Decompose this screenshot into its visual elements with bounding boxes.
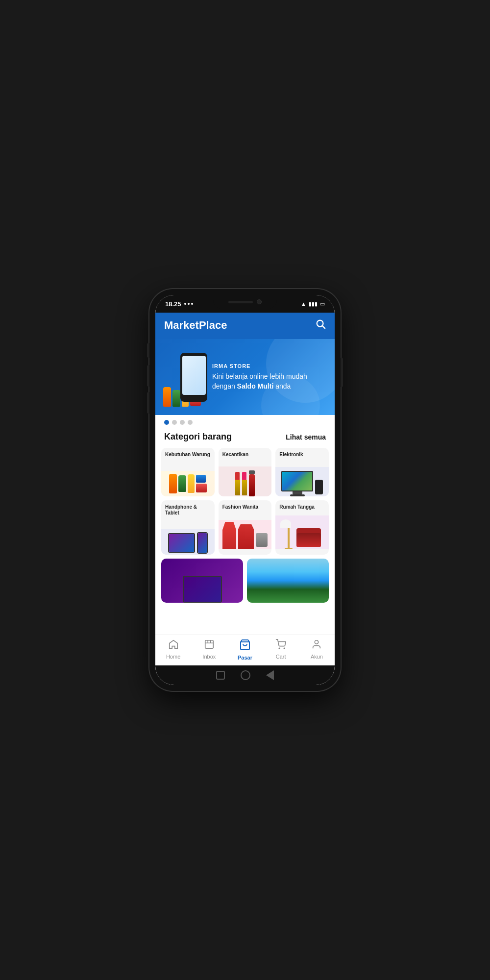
nail-cap [249, 470, 255, 474]
status-bar: 18.25 ▲ ▮▮▮ ▭ [155, 295, 335, 313]
promo-banner[interactable]: IRMA STORE Kini belanja online lebih mud… [155, 339, 335, 415]
back-triangle-btn [266, 670, 274, 680]
banner-indicators [155, 415, 335, 430]
phone-display [198, 533, 207, 553]
rumah-illustration [275, 515, 329, 549]
sofa-body [296, 533, 321, 547]
phone-shape [197, 532, 208, 554]
inbox-icon [204, 639, 215, 652]
hp-tablet-illustration [161, 529, 215, 555]
tablet-display [169, 534, 194, 552]
nav-inbox[interactable]: Inbox [191, 639, 227, 661]
category-elektronik[interactable]: Elektronik [275, 448, 329, 496]
nav-pasar[interactable]: Pasar [227, 639, 263, 661]
warung-bottle-3 [188, 474, 195, 493]
power-button [341, 358, 343, 387]
fashion-illustration [219, 520, 272, 549]
dot3 [191, 303, 193, 305]
home-label: Home [166, 654, 180, 660]
wifi-icon: ▲ [301, 301, 306, 307]
phone-frame: 18.25 ▲ ▮▮▮ ▭ MarketPlace [149, 289, 341, 691]
cart-label: Cart [276, 654, 286, 660]
search-button[interactable] [315, 318, 326, 332]
tagline-bold: Saldo Multi [237, 382, 274, 390]
banner-dot-1[interactable] [164, 420, 169, 425]
banner-dot-3[interactable] [180, 420, 185, 425]
speaker [315, 480, 323, 494]
lip-tube-1 [235, 480, 240, 495]
store-name: IRMA STORE [212, 363, 327, 369]
warung-boxes [196, 475, 207, 492]
notch [213, 295, 277, 309]
dot2 [188, 303, 190, 305]
nail-polish-container [249, 470, 255, 496]
banner-dot-4[interactable] [188, 420, 193, 425]
tagline-after: anda [273, 382, 291, 390]
app-header: MarketPlace [155, 313, 335, 339]
category-image-rumah [275, 512, 329, 549]
tv-set [281, 471, 313, 496]
lip-tube-2 [242, 480, 247, 495]
banner-text: IRMA STORE Kini belanja online lebih mud… [212, 363, 327, 391]
category-kebutuhan-warung[interactable]: Kebutuhan Warung [161, 448, 215, 496]
nail-polish [249, 474, 255, 496]
bottom-navigation: Home Inbox [155, 635, 335, 665]
content-area: MarketPlace [155, 313, 335, 635]
monitor-display [184, 577, 221, 602]
status-dots [184, 303, 193, 305]
category-kecantikan[interactable]: Kecantikan [219, 448, 272, 496]
sofa-container [296, 533, 321, 549]
see-all-link[interactable]: Lihat semua [286, 433, 326, 441]
dress [222, 522, 236, 549]
jacket [238, 524, 254, 549]
category-image-elektronik [275, 460, 329, 496]
pasar-label: Pasar [238, 655, 252, 661]
promo-card-2[interactable] [247, 559, 329, 603]
lamp-base [285, 548, 293, 549]
category-image-warung [161, 460, 215, 496]
bottle-1 [163, 387, 171, 407]
nav-akun[interactable]: Akun [299, 639, 335, 661]
tv-screen [281, 471, 313, 491]
status-time: 18.25 [165, 300, 181, 308]
akun-label: Akun [311, 654, 323, 660]
inbox-label: Inbox [202, 654, 216, 660]
status-icons: ▲ ▮▮▮ ▭ [301, 301, 325, 307]
front-camera [257, 299, 262, 304]
category-image-hp-tablet [161, 518, 215, 555]
warung-box-1 [196, 475, 206, 483]
nav-home[interactable]: Home [155, 639, 191, 661]
banner-tagline: Kini belanja online lebih mudah dengan S… [212, 372, 327, 391]
phone-hardware-nav [155, 665, 335, 685]
category-image-kecantikan [219, 460, 272, 496]
lamp-container [284, 519, 294, 549]
tv-display [282, 472, 312, 490]
monitor-illustration [183, 576, 222, 603]
category-rumah-tangga[interactable]: Rumah Tangga [275, 500, 329, 555]
category-label-warung: Kebutuhan Warung [161, 448, 215, 460]
banner-content: IRMA STORE Kini belanja online lebih mud… [155, 348, 335, 407]
akun-icon [311, 639, 322, 652]
status-left: 18.25 [165, 300, 193, 308]
category-grid: Kebutuhan Warung [155, 448, 335, 559]
volume-down-button [147, 392, 149, 414]
nav-cart[interactable]: Cart [263, 639, 299, 661]
bottle-2 [172, 390, 180, 407]
category-label-hp-tablet: Handphone & Tablet [161, 500, 215, 518]
category-label-kecantikan: Kecantikan [219, 448, 272, 460]
mute-button [147, 343, 149, 358]
tablet-shape [168, 533, 195, 553]
lip-color-2 [242, 472, 246, 480]
category-hp-tablet[interactable]: Handphone & Tablet [161, 500, 215, 555]
category-fashion-wanita[interactable]: Fashion Wanita [219, 500, 272, 555]
category-image-fashion [219, 512, 272, 549]
back-square-btn [216, 671, 225, 680]
tagline-middle: dengan [212, 382, 237, 390]
elektronik-illustration [275, 467, 329, 496]
promo-card-1[interactable] [161, 559, 243, 603]
banner-dot-2[interactable] [172, 420, 177, 425]
landscape-illustration [247, 559, 329, 603]
kecantikan-illustration [219, 466, 272, 496]
lamp-pole [288, 526, 290, 548]
categories-section-header: Kategori barang Lihat semua [155, 430, 335, 448]
